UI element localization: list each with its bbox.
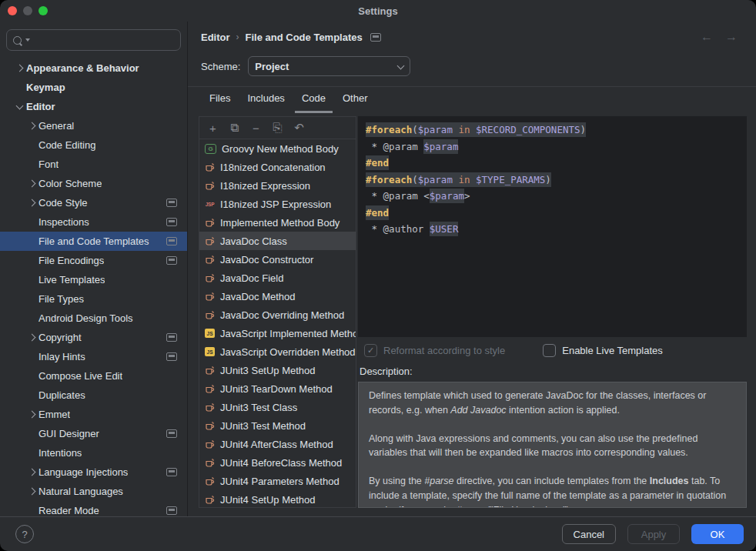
sidebar-item-label: General <box>38 120 74 132</box>
description-paragraph: By using the #parse directive, you can i… <box>369 474 736 508</box>
chevron-right-icon[interactable] <box>25 123 38 129</box>
sidebar-item-file-types[interactable]: File Types <box>0 289 187 309</box>
tab-code[interactable]: Code <box>295 92 333 113</box>
template-item-label: JavaScript Implemented Method Body <box>220 328 356 339</box>
sidebar-item-android-design-tools[interactable]: Android Design Tools <box>0 309 187 328</box>
template-editor[interactable]: #foreach($param in $RECORD_COMPONENTS) *… <box>358 116 747 337</box>
sidebar-item-editor[interactable]: Editor <box>0 97 187 116</box>
sidebar-tree: Appearance & BehaviorKeymapEditorGeneral… <box>0 55 187 516</box>
template-item-junit4-afterclass-method[interactable]: JUnit4 AfterClass Method <box>199 435 356 453</box>
sidebar-item-label: Appearance & Behavior <box>26 62 139 74</box>
sidebar-item-file-and-code-templates[interactable]: File and Code Templates <box>0 232 187 251</box>
sidebar-item-keymap[interactable]: Keymap <box>0 78 187 97</box>
chevron-right-icon[interactable] <box>25 489 38 494</box>
template-item-javascript-implemented-method-body[interactable]: JSJavaScript Implemented Method Body <box>199 324 356 342</box>
breadcrumb-editor[interactable]: Editor <box>201 32 230 43</box>
search-input[interactable] <box>6 29 181 51</box>
template-item-junit3-test-method[interactable]: JUnit3 Test Method <box>199 416 356 435</box>
sidebar-item-font[interactable]: Font <box>0 155 187 174</box>
ok-button[interactable]: OK <box>691 524 744 544</box>
remove-icon[interactable]: − <box>246 119 266 136</box>
template-list: GGroovy New Method BodyI18nized Concaten… <box>199 139 356 507</box>
sidebar-item-label: Duplicates <box>38 389 85 401</box>
template-item-junit3-setup-method[interactable]: JUnit3 SetUp Method <box>199 361 356 379</box>
chevron-right-icon[interactable] <box>25 335 38 340</box>
chevron-right-icon[interactable] <box>25 200 38 205</box>
sidebar-item-reader-mode[interactable]: Reader Mode <box>0 501 187 516</box>
sidebar-item-language-injections[interactable]: Language Injections <box>0 463 187 482</box>
description-paragraph: Along with Java expressions and comments… <box>369 432 736 461</box>
template-item-label: JavaDoc Field <box>220 272 283 284</box>
scheme-dropdown[interactable]: Project <box>248 56 410 76</box>
code-line: #end <box>366 205 739 222</box>
template-item-junit4-setup-method[interactable]: JUnit4 SetUp Method <box>199 490 356 507</box>
sidebar-item-duplicates[interactable]: Duplicates <box>0 386 187 405</box>
code-token: * @param <box>366 139 423 154</box>
sidebar-item-emmet[interactable]: Emmet <box>0 405 187 424</box>
sidebar-item-general[interactable]: General <box>0 116 187 135</box>
chevron-down-icon[interactable] <box>12 105 26 109</box>
sidebar-item-live-templates[interactable]: Live Templates <box>0 270 187 289</box>
chevron-right-icon[interactable] <box>12 65 26 71</box>
template-item-junit4-parameters-method[interactable]: JUnit4 Parameters Method <box>199 472 356 490</box>
enable-live-templates-checkbox[interactable]: Enable Live Templates <box>543 344 663 357</box>
sidebar-item-color-scheme[interactable]: Color Scheme <box>0 174 187 193</box>
create-from-template-icon[interactable]: ⧉ <box>224 119 245 136</box>
monitor-icon <box>166 199 177 207</box>
title-bar: Settings <box>0 0 756 22</box>
sidebar-item-intentions[interactable]: Intentions <box>0 443 187 463</box>
template-tabs: FilesIncludesCodeOther <box>188 87 756 113</box>
chevron-right-icon[interactable] <box>25 469 38 475</box>
java-file-icon <box>205 310 215 320</box>
sidebar-item-gui-designer[interactable]: GUI Designer <box>0 424 187 443</box>
sidebar-item-file-encodings[interactable]: File Encodings <box>0 251 187 270</box>
template-item-junit4-beforeclass-method[interactable]: JUnit4 BeforeClass Method <box>199 453 356 472</box>
forward-button[interactable]: → <box>725 30 738 44</box>
template-item-junit3-teardown-method[interactable]: JUnit3 TearDown Method <box>199 379 356 398</box>
description-text: . <box>569 505 571 509</box>
template-item-i18nized-concatenation[interactable]: I18nized Concatenation <box>199 158 356 176</box>
reformat-checkbox: ✓ Reformat according to style <box>364 344 505 357</box>
template-item-i18nized-jsp-expression[interactable]: JSPI18nized JSP Expression <box>199 195 356 213</box>
sidebar-item-code-editing[interactable]: Code Editing <box>0 135 187 155</box>
description-paragraph: Defines template which used to generate … <box>369 389 736 418</box>
search-history-caret-icon[interactable] <box>25 38 30 42</box>
help-button[interactable]: ? <box>15 525 34 543</box>
template-item-implemented-method-body[interactable]: Implemented Method Body <box>199 213 356 232</box>
sidebar-item-natural-languages[interactable]: Natural Languages <box>0 482 187 501</box>
sidebar-item-inlay-hints[interactable]: Inlay Hints <box>0 347 187 366</box>
tab-files[interactable]: Files <box>202 92 237 113</box>
template-item-javadoc-method[interactable]: JavaDoc Method <box>199 287 356 306</box>
java-file-icon <box>205 255 215 265</box>
java-file-icon <box>205 439 215 449</box>
template-item-groovy-new-method-body[interactable]: GGroovy New Method Body <box>199 139 356 158</box>
sidebar-item-compose-live-edit[interactable]: Compose Live Edit <box>0 366 187 386</box>
template-item-javadoc-field[interactable]: JavaDoc Field <box>199 269 356 287</box>
description-text: intention action is applied. <box>507 405 620 416</box>
template-item-i18nized-expression[interactable]: I18nized Expression <box>199 176 356 195</box>
sidebar-item-copyright[interactable]: Copyright <box>0 328 187 347</box>
sidebar-item-appearance-behavior[interactable]: Appearance & Behavior <box>0 58 187 78</box>
tab-includes[interactable]: Includes <box>240 92 291 113</box>
sidebar-item-code-style[interactable]: Code Style <box>0 193 187 212</box>
revert-icon[interactable]: ↶ <box>289 119 309 136</box>
chevron-right-icon[interactable] <box>25 181 38 186</box>
template-item-javascript-overridden-method-body[interactable]: JSJavaScript Overridden Method Body <box>199 342 356 361</box>
cancel-button[interactable]: Cancel <box>562 524 616 544</box>
sidebar-item-label: Intentions <box>38 447 82 459</box>
tab-other[interactable]: Other <box>336 92 375 113</box>
template-item-javadoc-constructor[interactable]: JavaDoc Constructor <box>199 250 356 269</box>
sidebar-item-label: Compose Live Edit <box>38 370 122 382</box>
template-item-javadoc-overriding-method[interactable]: JavaDoc Overriding Method <box>199 306 356 324</box>
add-icon[interactable]: + <box>202 119 223 136</box>
description-panel[interactable]: Defines template which used to generate … <box>358 382 747 508</box>
chevron-right-icon[interactable] <box>25 412 38 417</box>
template-item-javadoc-class[interactable]: JavaDoc Class <box>199 232 356 250</box>
search-icon <box>13 36 22 45</box>
template-item-junit3-test-class[interactable]: JUnit3 Test Class <box>199 398 356 416</box>
copy-icon[interactable]: ⎘ <box>267 119 288 136</box>
sidebar-item-inspections[interactable]: Inspections <box>0 212 187 232</box>
monitor-icon <box>166 237 177 245</box>
back-button[interactable]: ← <box>701 30 713 44</box>
sidebar-item-label: File Encodings <box>38 255 104 266</box>
